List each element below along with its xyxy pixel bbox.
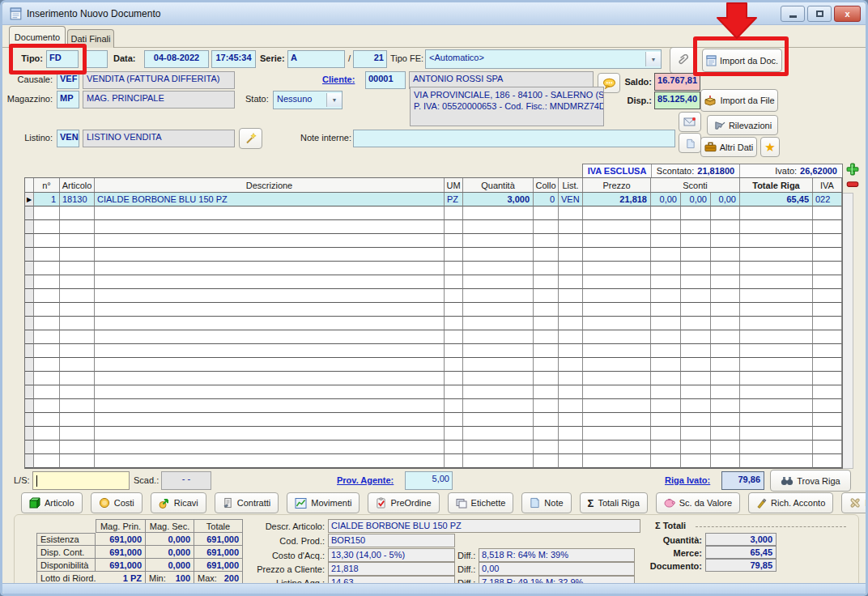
listino-field[interactable]: VEN	[57, 130, 79, 147]
tab-dati-finali[interactable]: Dati Finali	[67, 29, 114, 48]
text-caret	[36, 475, 37, 487]
table-empty-row[interactable]	[25, 385, 842, 399]
table-empty-row[interactable]	[25, 206, 842, 220]
table-empty-row[interactable]	[25, 413, 842, 427]
sc-da-valore-button[interactable]: Sc. da Valore	[656, 492, 740, 513]
close-icon: x	[845, 9, 849, 19]
row-selector-cell[interactable]: ▶	[25, 193, 34, 206]
preordine-button[interactable]: PreOrdine	[368, 492, 439, 513]
prezzo-cliente-field: 21,818	[328, 562, 455, 576]
import-da-doc-button[interactable]: Import da Doc.	[702, 49, 782, 72]
tipo-field[interactable]: FD	[46, 50, 79, 68]
table-empty-row[interactable]	[25, 303, 842, 317]
contratti-button[interactable]: Contratti	[215, 492, 279, 513]
altri-dati-button[interactable]: Altri Dati	[700, 137, 757, 157]
col-quantita: Quantità	[463, 178, 534, 192]
numero-field[interactable]: 21	[353, 50, 387, 68]
table-empty-row[interactable]	[25, 427, 842, 441]
tipo-suffix-field[interactable]	[83, 50, 108, 68]
magazzino-field[interactable]: MP	[57, 91, 79, 109]
movimenti-button[interactable]: Movimenti	[287, 492, 360, 513]
star-icon: ★	[764, 140, 775, 155]
scontato-label: Scontato:	[657, 166, 694, 176]
table-scrollbar[interactable]	[843, 193, 853, 469]
prezzo-cliente-label: Prezzo a Cliente:	[229, 564, 325, 574]
table-empty-row[interactable]	[25, 317, 842, 330]
tab-documento[interactable]: Documento	[9, 26, 66, 48]
diff2-field: 0,00	[479, 562, 635, 576]
magic-wand-icon	[245, 133, 257, 144]
stock-grid: Mag. Prin. Mag. Sec. Totale Esistenza 69…	[36, 519, 243, 585]
articolo-button[interactable]: Articolo	[21, 492, 83, 513]
contract-doc-icon	[223, 497, 233, 509]
costo-acq-field: 13,30 (14,00 - 5%)	[328, 548, 455, 562]
totali-riga-button[interactable]: Σ Totali Riga	[580, 492, 648, 513]
ls-field[interactable]	[32, 471, 130, 490]
rich-acconto-button[interactable]: Rich. Acconto	[748, 492, 833, 513]
prov-agente-field[interactable]: 5,00	[405, 471, 453, 490]
ls-label: L/S:	[14, 475, 30, 485]
prov-agente-link[interactable]: Prov. Agente:	[337, 475, 394, 485]
listino-wizard-button[interactable]	[239, 128, 262, 149]
pen-icon	[756, 497, 767, 509]
table-empty-row[interactable]	[25, 248, 842, 262]
envelope-icon	[683, 117, 696, 127]
esistenza-label: Esistenza	[36, 533, 96, 546]
table-empty-row[interactable]	[25, 234, 842, 248]
minimize-icon	[789, 15, 797, 18]
col-list: List.	[559, 178, 583, 192]
preferiti-button[interactable]: ★	[760, 137, 780, 157]
labels-icon	[456, 497, 467, 509]
table-empty-row[interactable]	[25, 399, 842, 413]
minimize-button[interactable]	[781, 6, 805, 22]
import-da-file-button[interactable]: Import da File	[700, 89, 778, 112]
serie-field[interactable]: A	[287, 50, 345, 68]
table-empty-row[interactable]	[25, 330, 842, 344]
selector-header-cell	[25, 178, 34, 192]
col-articolo: Articolo	[60, 178, 95, 192]
table-row-selected[interactable]: ▶ 1 18130 CIALDE BORBONE BLU 150 PZ PZ 3…	[25, 193, 842, 206]
riga-ivato-link[interactable]: Riga Ivato:	[665, 475, 710, 485]
descr-articolo-field: CIALDE BORBONE BLU 150 PZ	[328, 519, 640, 533]
cliente-link[interactable]: Cliente:	[322, 74, 355, 84]
table-empty-row[interactable]	[25, 344, 842, 358]
trova-riga-button[interactable]: Trova Riga	[770, 470, 851, 492]
magazzino-desc-field: MAG. PRINCIPALE	[83, 91, 235, 109]
rilevazioni-button[interactable]: Rilevazioni	[707, 115, 778, 135]
maximize-button[interactable]	[807, 6, 832, 22]
table-empty-row[interactable]	[25, 372, 842, 385]
import-doc-icon	[706, 55, 717, 66]
note-button[interactable]: Note	[521, 492, 571, 513]
disp-label: Disp.:	[603, 96, 652, 105]
attachment-button[interactable]	[670, 47, 696, 74]
causale-desc-field: VENDITA (FATTURA DIFFERITA)	[83, 71, 235, 89]
email-button[interactable]	[679, 112, 701, 132]
cliente-codice-field[interactable]: 00001	[365, 71, 406, 89]
table-empty-row[interactable]	[25, 358, 842, 372]
costi-button[interactable]: Costi	[91, 492, 143, 513]
table-empty-row[interactable]	[25, 441, 842, 454]
scad-field: - -	[161, 471, 211, 490]
table-empty-row[interactable]	[25, 220, 842, 234]
col-collo: Collo	[534, 178, 559, 192]
rich-buono-button[interactable]: Rich. Buono	[841, 492, 868, 513]
close-button[interactable]: x	[834, 6, 861, 22]
ricavi-button[interactable]: Ricavi	[151, 492, 206, 513]
data-field[interactable]: 04-08-2022	[144, 50, 209, 68]
add-row-button[interactable]	[846, 163, 859, 177]
tipo-fe-dropdown[interactable]: <Automatico> ▼	[425, 49, 662, 69]
col-um: UM	[445, 178, 463, 192]
copy-note-button[interactable]	[679, 133, 701, 153]
table-empty-row[interactable]	[25, 262, 842, 275]
table-empty-row[interactable]	[25, 289, 842, 303]
note-interne-field[interactable]	[353, 130, 675, 147]
table-header-row: n° Articolo Descrizione UM Quantità Coll…	[25, 178, 842, 193]
etichette-button[interactable]: Etichette	[448, 492, 514, 513]
delete-row-button[interactable]	[846, 180, 859, 189]
table-empty-row[interactable]	[25, 454, 842, 468]
table-empty-row[interactable]	[25, 275, 842, 289]
causale-field[interactable]: VEF	[57, 71, 79, 89]
blank-cell	[36, 519, 96, 533]
stato-dropdown[interactable]: Nessuno ▼	[273, 91, 343, 109]
ora-field[interactable]: 17:45:34	[211, 50, 256, 68]
